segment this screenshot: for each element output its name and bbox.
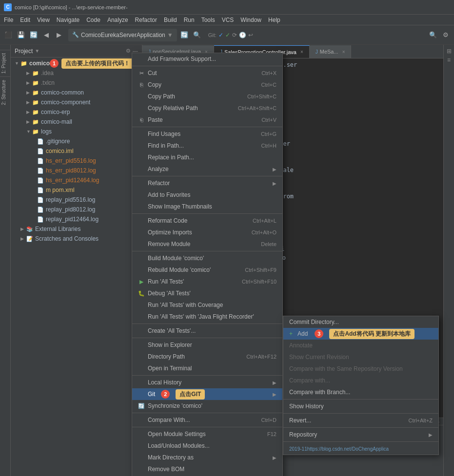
tree-item-erp[interactable]: ▶ 📁 comico-erp: [11, 107, 142, 117]
toolbar-search[interactable]: 🔍: [192, 30, 202, 40]
tree-item-iml[interactable]: 📄 comico.iml: [11, 146, 142, 156]
ctx-open-terminal[interactable]: Open in Terminal: [132, 362, 282, 374]
tree-item-replay3[interactable]: 📄 replay_pid12464.log: [11, 214, 142, 224]
menu-edit[interactable]: Edit: [20, 17, 30, 23]
right-icon-2[interactable]: ≡: [445, 56, 454, 64]
tree-item-scratches[interactable]: ▶ 📝 Scratches and Consoles: [11, 234, 142, 244]
git-compare-branch[interactable]: Compare with Branch...: [283, 386, 438, 398]
tree-item-component[interactable]: ▶ 📁 comico-component: [11, 97, 142, 107]
tree-item-log3[interactable]: 📄 hs_err_pid12464.log: [11, 175, 142, 185]
ctx-cut[interactable]: ✂ Cut Ctrl+X: [132, 67, 282, 79]
back-button[interactable]: ◀: [41, 30, 52, 40]
ctx-reformat[interactable]: Reformat Code Ctrl+Alt+L: [132, 215, 282, 227]
menu-vcs[interactable]: VCS: [222, 17, 234, 23]
ctx-show-explorer[interactable]: Show in Explorer: [132, 339, 282, 351]
tree-item-common[interactable]: ▶ 📁 comico-common: [11, 88, 142, 97]
ctx-remove-module[interactable]: Remove Module Delete: [132, 238, 282, 250]
tree-item-idea[interactable]: ▶ 📁 .idea: [11, 68, 142, 78]
ctx-run-coverage[interactable]: Run 'All Tests' with Coverage: [132, 299, 282, 311]
ctx-refactor[interactable]: Refactor ▶: [132, 177, 282, 189]
ctx-paste[interactable]: ⎗ Paste Ctrl+V: [132, 114, 282, 126]
ctx-debug-tests[interactable]: 🐛 Debug 'All Tests': [132, 287, 282, 299]
vtab-structure[interactable]: 2: Structure: [0, 76, 11, 108]
git-branch-btn[interactable]: ⟳: [232, 32, 237, 38]
ctx-analyze[interactable]: Analyze ▶: [132, 163, 282, 175]
forward-button[interactable]: ▶: [54, 30, 64, 40]
tree-item-txlcn[interactable]: ▶ 📁 .txlcn: [11, 78, 142, 88]
ctx-copy-path[interactable]: Copy Path Ctrl+Shift+C: [132, 91, 282, 102]
ctx-dir-path[interactable]: Directory Path Ctrl+Alt+F12: [132, 351, 282, 362]
tab-salespromotion-close[interactable]: ×: [300, 49, 303, 55]
ctx-replace-path[interactable]: Replace in Path...: [132, 152, 282, 163]
git-blog-link[interactable]: 2019-11https://blog.csdn.net/DoChengAppl…: [283, 443, 438, 455]
ctx-compare[interactable]: Compare With... Ctrl+D: [132, 414, 282, 426]
toolbar-btn-3[interactable]: 🔄: [28, 30, 39, 40]
git-revert[interactable]: Revert... Ctrl+Alt+Z: [283, 415, 438, 426]
ctx-build-module[interactable]: Build Module 'comico': [132, 252, 282, 264]
git-repository[interactable]: Repository ▶: [283, 429, 438, 440]
toolbar-run[interactable]: 🔄: [179, 30, 190, 40]
ctx-synchronize[interactable]: 🔄 Synchronize 'comico': [132, 400, 282, 412]
git-commit-dir[interactable]: Commit Directory...: [283, 316, 438, 328]
git-show-history[interactable]: Show History: [283, 400, 438, 412]
tree-item-log1[interactable]: 📄 hs_err_pid5516.log: [11, 156, 142, 166]
menu-analyze[interactable]: Analyze: [107, 17, 128, 23]
menu-build[interactable]: Build: [164, 17, 177, 23]
git-show-revision-label: Show Current Revision: [289, 354, 349, 361]
git-add[interactable]: + Add 3 点击Add将代码 更新到本地库: [283, 328, 438, 340]
ctx-run-flight[interactable]: Run 'All Tests' with 'Java Flight Record…: [132, 311, 282, 323]
project-dropdown[interactable]: ▼: [35, 48, 39, 54]
tree-item-pom[interactable]: 📄 m pom.xml: [11, 185, 142, 195]
menu-navigate[interactable]: Navigate: [57, 17, 79, 23]
ctx-copy-relative[interactable]: Copy Relative Path Ctrl+Alt+Shift+C: [132, 102, 282, 114]
ctx-rebuild-module[interactable]: Rebuild Module 'comico' Ctrl+Shift+F9: [132, 264, 282, 276]
ctx-git[interactable]: Git 2 点击GIT ▶: [132, 388, 282, 400]
ctx-create-tests[interactable]: Create 'All Tests'...: [132, 325, 282, 337]
git-clock[interactable]: 🕐: [239, 32, 246, 38]
ctx-show-thumbnails[interactable]: Show Image Thumbnails: [132, 201, 282, 212]
menu-help[interactable]: Help: [268, 17, 280, 23]
toolbar-btn-1[interactable]: ⬛: [3, 30, 14, 40]
ctx-optimize-imports[interactable]: Optimize Imports Ctrl+Alt+O: [132, 227, 282, 238]
ctx-module-settings[interactable]: Open Module Settings F12: [132, 428, 282, 440]
toolbar-btn-2[interactable]: 💾: [16, 30, 26, 40]
vtab-project[interactable]: 1: Project: [0, 50, 11, 76]
ctx-mark-dir[interactable]: Mark Directory as ▶: [132, 452, 282, 463]
ctx-load-modules[interactable]: Load/Unload Modules...: [132, 440, 282, 452]
tree-item-replay1[interactable]: 📄 replay_pid5516.log: [11, 195, 142, 205]
tab-mesa[interactable]: J MeSa... ×: [310, 45, 352, 58]
ctx-add-framework[interactable]: Add Framework Support...: [132, 53, 282, 65]
ctx-find-path[interactable]: Find in Path... Ctrl+H: [132, 140, 282, 152]
menu-window[interactable]: Window: [240, 17, 261, 23]
tree-item-gitignore[interactable]: 📄 .gitignore: [11, 136, 142, 146]
menu-tools[interactable]: Tools: [201, 17, 215, 23]
ctx-cut-label: Cut: [148, 70, 157, 76]
nav-dropdown-icon[interactable]: ▼: [167, 32, 173, 38]
menu-run[interactable]: Run: [184, 17, 195, 23]
toolbar-search-right[interactable]: 🔍: [428, 30, 438, 40]
ctx-remove-module-label: Remove Module: [148, 241, 190, 248]
ctx-remove-bom[interactable]: Remove BOM: [132, 463, 282, 475]
tree-item-root[interactable]: ▼ 📁 comico 1 点击要上传的项目代码！: [11, 58, 142, 68]
tree-item-replay2[interactable]: 📄 replay_pid8012.log: [11, 205, 142, 214]
ctx-add-favorites[interactable]: Add to Favorites: [132, 189, 282, 201]
ctx-copy[interactable]: ⎘ Copy Ctrl+C: [132, 79, 282, 91]
log2-label: hs_err_pid8012.log: [46, 167, 96, 174]
menu-code[interactable]: Code: [86, 17, 100, 23]
ctx-run-tests[interactable]: ▶ Run 'All Tests' Ctrl+Shift+F10: [132, 276, 282, 287]
tree-item-log2[interactable]: 📄 hs_err_pid8012.log: [11, 166, 142, 175]
project-gear[interactable]: ⚙: [126, 48, 131, 54]
tree-item-ext-libs[interactable]: ▶ 📚 External Libraries: [11, 224, 142, 234]
ctx-local-history[interactable]: Local History ▶: [132, 377, 282, 388]
mark-dir-arrow: ▶: [273, 455, 276, 460]
menu-refactor[interactable]: Refactor: [135, 17, 157, 23]
tree-item-mall[interactable]: ▶ 📁 comico-mall: [11, 117, 142, 127]
tab-mesa-close[interactable]: ×: [342, 49, 345, 55]
ctx-find-usages[interactable]: Find Usages Ctrl+G: [132, 128, 282, 140]
tree-item-logs[interactable]: ▼ 📁 logs: [11, 127, 142, 136]
menu-file[interactable]: File: [4, 17, 13, 23]
toolbar-settings[interactable]: ⚙: [440, 30, 451, 40]
right-icon-1[interactable]: ⊞: [445, 47, 454, 56]
git-undo[interactable]: ↩: [248, 32, 253, 38]
menu-view[interactable]: View: [37, 17, 50, 23]
